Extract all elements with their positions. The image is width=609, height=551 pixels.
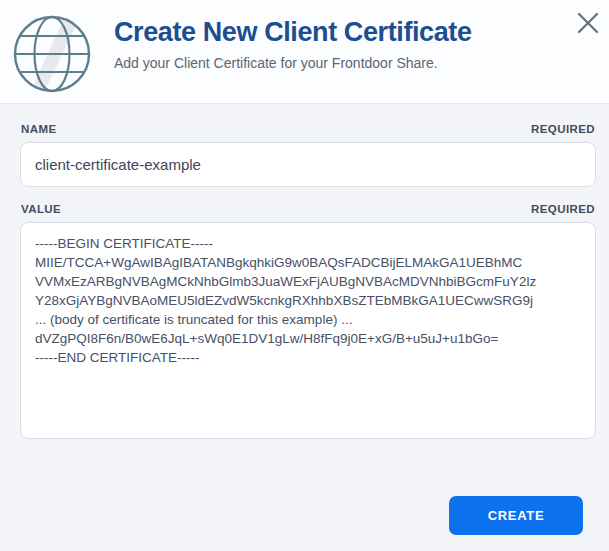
modal-header: Create New Client Certificate Add your C… xyxy=(0,0,609,104)
name-field-label: NAME xyxy=(21,123,56,135)
page-subtitle: Add your Client Certificate for your Fro… xyxy=(114,55,472,71)
globe-icon xyxy=(12,10,92,102)
value-field-labels: VALUE REQUIRED xyxy=(21,203,595,215)
value-field-label: VALUE xyxy=(21,203,61,215)
close-button[interactable] xyxy=(573,9,603,39)
name-input[interactable] xyxy=(20,142,596,187)
name-field-labels: NAME REQUIRED xyxy=(21,123,595,135)
page-title: Create New Client Certificate xyxy=(114,17,472,48)
create-button[interactable]: CREATE xyxy=(449,496,583,535)
certificate-value-textarea[interactable]: -----BEGIN CERTIFICATE----- MIIE/TCCA+Wg… xyxy=(20,222,596,439)
name-required-badge: REQUIRED xyxy=(531,123,595,135)
modal-footer: CREATE xyxy=(20,496,596,535)
close-icon xyxy=(576,11,600,38)
header-text: Create New Client Certificate Add your C… xyxy=(114,10,472,71)
modal-body: NAME REQUIRED VALUE REQUIRED -----BEGIN … xyxy=(0,104,609,535)
value-required-badge: REQUIRED xyxy=(531,203,595,215)
